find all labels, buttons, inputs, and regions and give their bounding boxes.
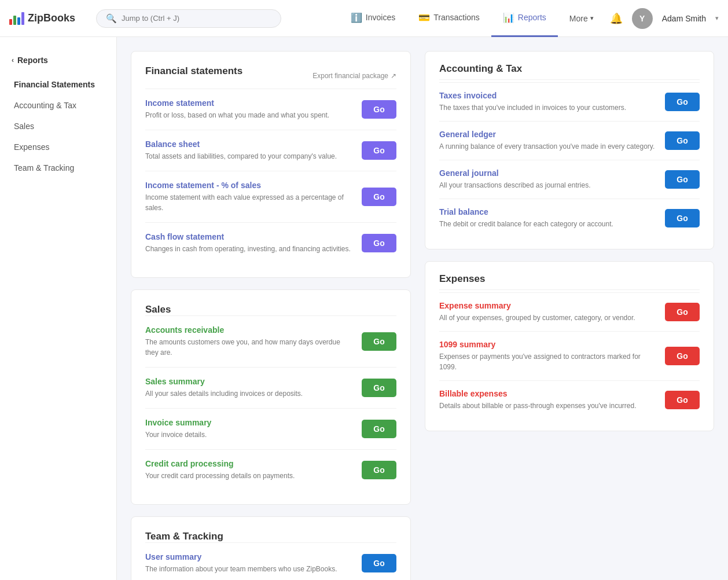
financial-statements-card: Financial statements Export financial pa… [131,51,411,278]
nav-invoices[interactable]: ℹ️ Invoices [339,0,407,37]
accounts-receivable-go-button[interactable]: Go [362,332,396,351]
expenses-card: Expenses Expense summary All of your exp… [425,261,714,431]
reports-icon: 📊 [503,12,514,23]
sales-title: Sales [145,304,171,315]
transactions-icon: 💳 [418,12,430,23]
right-report-billable-expenses: Billable expenses Details about billable… [439,380,700,419]
user-chevron-icon[interactable]: ▾ [715,14,719,22]
bell-icon[interactable]: 🔔 [610,12,623,25]
export-financial-link[interactable]: Export financial package ↗ [312,72,396,80]
trial-balance-go-button[interactable]: Go [665,209,700,227]
credit-card-processing-title[interactable]: Credit card processing [145,459,352,468]
main-content: Financial statements Export financial pa… [117,37,728,580]
accounting-tax-divider [439,79,700,80]
nav-transactions[interactable]: 💳 Transactions [407,0,491,37]
expenses-divider [439,289,700,290]
sidebar-item-financial-statements[interactable]: Financial Statements [0,74,116,95]
1099-summary-title[interactable]: 1099 summary [439,340,656,349]
nav-links: ℹ️ Invoices 💳 Transactions 📊 Reports Mor… [339,0,605,37]
report-item-user-summary: User summary The information about your … [145,542,396,580]
report-item-credit-card-processing: Credit card processing Your credit card … [145,449,396,490]
balance-sheet-title[interactable]: Balance sheet [145,140,352,149]
1099-summary-go-button[interactable]: Go [665,347,700,365]
sidebar-item-expenses[interactable]: Expenses [0,137,116,157]
sidebar-item-sales[interactable]: Sales [0,116,116,137]
nav-more[interactable]: More ▾ [558,0,605,37]
income-statement-desc: Profit or loss, based on what you made a… [145,110,352,120]
search-box[interactable]: 🔍 [96,9,281,28]
invoice-summary-go-button[interactable]: Go [362,420,396,438]
income-pct-go-button[interactable]: Go [362,188,396,206]
expense-summary-desc: All of your expenses, grouped by custome… [439,313,656,323]
report-item-sales-summary: Sales summary All your sales details inc… [145,367,396,408]
income-pct-desc: Income statement with each value express… [145,192,352,213]
sidebar: ‹ Reports Financial Statements Accountin… [0,37,117,580]
credit-card-processing-go-button[interactable]: Go [362,461,396,479]
team-tracking-card: Team & Tracking User summary The informa… [131,516,411,580]
sales-summary-desc: All your sales details including invoice… [145,388,352,399]
financial-statements-header: Financial statements Export financial pa… [145,65,396,86]
nav-reports[interactable]: 📊 Reports [491,0,558,37]
topnav: ZipBooks 🔍 ℹ️ Invoices 💳 Transactions 📊 … [0,0,728,37]
income-statement-title[interactable]: Income statement [145,98,352,108]
expense-summary-go-button[interactable]: Go [665,303,700,321]
billable-expenses-title[interactable]: Billable expenses [439,389,656,398]
right-report-expense-summary: Expense summary All of your expenses, gr… [439,292,700,331]
invoice-summary-desc: Your invoice details. [145,430,352,440]
report-item-invoice-summary: Invoice summary Your invoice details. Go [145,408,396,449]
billable-expenses-go-button[interactable]: Go [665,391,700,409]
report-item-cash-flow: Cash flow statement Changes in cash from… [145,222,396,263]
avatar: Y [632,8,653,29]
invoices-icon: ℹ️ [351,12,362,23]
income-statement-go-button[interactable]: Go [362,100,396,119]
user-summary-title[interactable]: User summary [145,552,352,561]
user-name: Adam Smith [662,14,706,23]
cash-flow-desc: Changes in cash from operating, investin… [145,244,352,254]
accounts-receivable-title[interactable]: Accounts receivable [145,325,352,335]
report-item-accounts-receivable: Accounts receivable The amounts customer… [145,315,396,367]
logo[interactable]: ZipBooks [9,12,84,25]
report-item-balance-sheet: Balance sheet Total assets and liabiliti… [145,130,396,171]
financial-statements-title: Financial statements [145,65,242,77]
balance-sheet-go-button[interactable]: Go [362,141,396,160]
1099-summary-desc: Expenses or payments you've assigned to … [439,351,656,372]
expense-summary-title[interactable]: Expense summary [439,301,656,310]
layout: ‹ Reports Financial Statements Accountin… [0,37,728,580]
cash-flow-go-button[interactable]: Go [362,234,396,252]
user-summary-desc: The information about your team members … [145,564,352,574]
sales-summary-title[interactable]: Sales summary [145,377,352,386]
taxes-invoiced-go-button[interactable]: Go [665,93,700,111]
right-column: Accounting & Tax Taxes invoiced The taxe… [425,51,714,580]
general-journal-go-button[interactable]: Go [665,170,700,189]
right-report-taxes-invoiced: Taxes invoiced The taxes that you've inc… [439,82,700,121]
sales-summary-go-button[interactable]: Go [362,379,396,397]
accounting-tax-card: Accounting & Tax Taxes invoiced The taxe… [425,51,714,249]
search-input[interactable] [122,14,271,23]
trial-balance-title[interactable]: Trial balance [439,207,656,216]
income-pct-title[interactable]: Income statement - % of sales [145,181,352,190]
general-ledger-go-button[interactable]: Go [665,131,700,150]
invoice-summary-title[interactable]: Invoice summary [145,418,352,427]
app-name: ZipBooks [28,12,75,24]
report-item-income-statement: Income statement Profit or loss, based o… [145,89,396,130]
user-summary-go-button[interactable]: Go [362,554,396,572]
billable-expenses-desc: Details about billable or pass-through e… [439,401,656,411]
trial-balance-desc: The debit or credit balance for each cat… [439,219,656,229]
right-report-general-journal: General journal All your transactions de… [439,160,700,199]
team-tracking-title: Team & Tracking [145,531,223,542]
sidebar-item-accounting-tax[interactable]: Accounting & Tax [0,95,116,116]
right-report-trial-balance: Trial balance The debit or credit balanc… [439,199,700,237]
general-journal-title[interactable]: General journal [439,168,656,178]
accounting-tax-title: Accounting & Tax [439,63,700,75]
balance-sheet-desc: Total assets and liabilities, compared t… [145,151,352,161]
credit-card-processing-desc: Your credit card processing details on p… [145,471,352,481]
taxes-invoiced-title[interactable]: Taxes invoiced [439,91,656,100]
sidebar-item-team-tracking[interactable]: Team & Tracking [0,157,116,178]
logo-icon [9,12,24,25]
taxes-invoiced-desc: The taxes that you've included in invoic… [439,102,656,113]
chevron-down-icon: ▾ [590,14,594,22]
expenses-title: Expenses [439,273,700,285]
general-ledger-title[interactable]: General ledger [439,130,656,139]
cash-flow-title[interactable]: Cash flow statement [145,232,352,241]
sidebar-back[interactable]: ‹ Reports [0,51,116,74]
